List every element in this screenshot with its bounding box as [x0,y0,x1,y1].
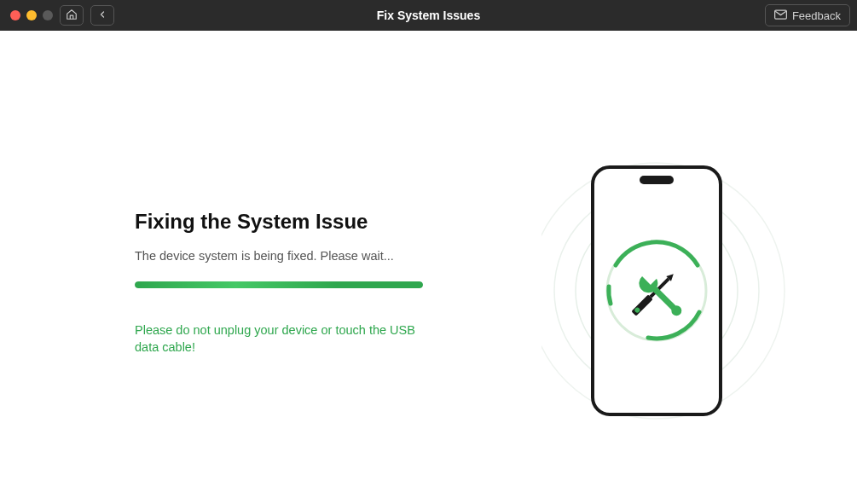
mail-icon [774,9,787,22]
feedback-label: Feedback [792,9,841,22]
page-title: Fixing the System Issue [135,210,442,234]
home-button[interactable] [60,5,84,26]
titlebar: Fix System Issues Feedback [0,0,857,31]
status-panel: Fixing the System Issue The device syste… [135,210,442,356]
device-illustration [541,133,797,440]
close-window-button[interactable] [10,10,20,20]
warning-text: Please do not unplug your device or touc… [135,322,416,356]
feedback-button[interactable]: Feedback [765,4,850,26]
status-text: The device system is being fixed. Please… [135,249,442,263]
progress-fill [135,281,423,288]
back-button[interactable] [90,5,114,26]
chevron-left-icon [97,9,107,22]
progress-bar [135,281,423,288]
main-content: Fixing the System Issue The device syste… [0,31,857,504]
home-icon [66,9,78,23]
phone-repair-illustration [541,133,797,440]
minimize-window-button[interactable] [26,10,37,20]
maximize-window-button[interactable] [43,10,53,20]
window-title: Fix System Issues [0,9,857,22]
window-controls [10,10,53,20]
svg-rect-5 [640,176,674,184]
